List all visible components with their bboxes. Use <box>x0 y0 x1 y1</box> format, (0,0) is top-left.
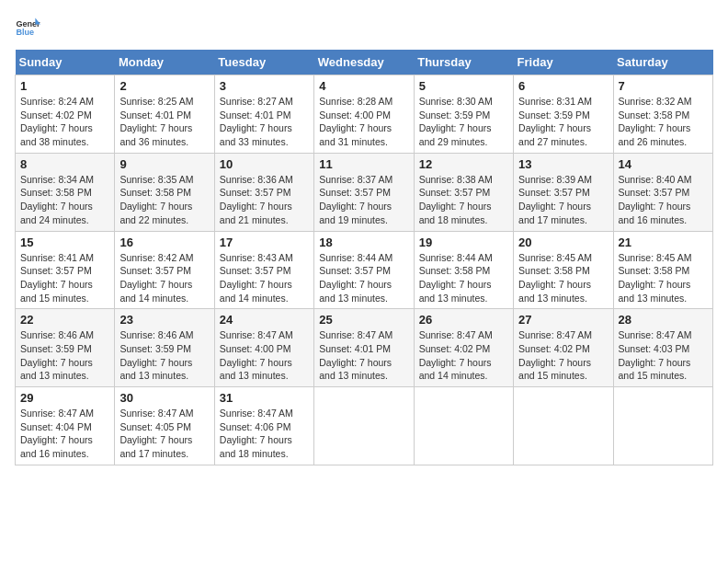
day-info: Sunrise: 8:41 AMSunset: 3:57 PMDaylight:… <box>20 251 109 305</box>
header-monday: Monday <box>115 50 214 75</box>
day-info: Sunrise: 8:44 AMSunset: 3:58 PMDaylight:… <box>419 251 508 305</box>
day-info: Sunrise: 8:27 AMSunset: 4:01 PMDaylight:… <box>220 95 309 149</box>
day-number: 4 <box>319 79 408 93</box>
calendar-week-2: 8Sunrise: 8:34 AMSunset: 3:58 PMDaylight… <box>16 153 713 231</box>
day-number: 5 <box>419 79 508 93</box>
day-number: 19 <box>419 236 508 249</box>
calendar-cell <box>414 387 513 465</box>
calendar-cell: 16Sunrise: 8:42 AMSunset: 3:57 PMDayligh… <box>115 231 214 309</box>
day-info: Sunrise: 8:47 AMSunset: 4:06 PMDaylight:… <box>220 407 309 461</box>
day-number: 2 <box>119 79 209 93</box>
calendar-cell: 11Sunrise: 8:37 AMSunset: 3:57 PMDayligh… <box>314 153 414 231</box>
day-info: Sunrise: 8:32 AMSunset: 3:58 PMDaylight:… <box>619 95 708 149</box>
calendar-cell: 23Sunrise: 8:46 AMSunset: 3:59 PMDayligh… <box>115 309 214 387</box>
calendar-cell: 26Sunrise: 8:47 AMSunset: 4:02 PMDayligh… <box>414 309 513 387</box>
logo-icon: General Blue <box>15 15 40 40</box>
day-number: 30 <box>119 391 209 405</box>
day-info: Sunrise: 8:46 AMSunset: 3:59 PMDaylight:… <box>20 328 109 383</box>
day-info: Sunrise: 8:46 AMSunset: 3:59 PMDaylight:… <box>119 328 209 383</box>
calendar-cell <box>514 387 613 465</box>
svg-text:Blue: Blue <box>16 28 34 37</box>
day-info: Sunrise: 8:34 AMSunset: 3:58 PMDaylight:… <box>20 173 109 227</box>
calendar-cell: 10Sunrise: 8:36 AMSunset: 3:57 PMDayligh… <box>214 153 313 231</box>
day-info: Sunrise: 8:47 AMSunset: 4:03 PMDaylight:… <box>619 328 708 383</box>
calendar-cell: 21Sunrise: 8:45 AMSunset: 3:58 PMDayligh… <box>613 231 712 309</box>
day-number: 26 <box>419 313 508 327</box>
calendar-cell: 12Sunrise: 8:38 AMSunset: 3:57 PMDayligh… <box>414 153 513 231</box>
calendar-cell: 22Sunrise: 8:46 AMSunset: 3:59 PMDayligh… <box>16 309 115 387</box>
header-saturday: Saturday <box>613 50 712 75</box>
day-info: Sunrise: 8:47 AMSunset: 4:02 PMDaylight:… <box>518 328 608 383</box>
day-info: Sunrise: 8:30 AMSunset: 3:59 PMDaylight:… <box>419 95 508 149</box>
calendar-cell: 6Sunrise: 8:31 AMSunset: 3:59 PMDaylight… <box>514 75 613 154</box>
day-info: Sunrise: 8:39 AMSunset: 3:57 PMDaylight:… <box>518 173 608 227</box>
calendar-cell: 4Sunrise: 8:28 AMSunset: 4:00 PMDaylight… <box>314 75 414 154</box>
calendar-cell: 1Sunrise: 8:24 AMSunset: 4:02 PMDaylight… <box>16 75 115 154</box>
day-info: Sunrise: 8:45 AMSunset: 3:58 PMDaylight:… <box>619 251 708 305</box>
day-number: 22 <box>20 313 109 327</box>
calendar-table: SundayMondayTuesdayWednesdayThursdayFrid… <box>15 50 713 465</box>
day-number: 24 <box>220 313 309 327</box>
day-number: 10 <box>220 157 309 171</box>
calendar-week-5: 29Sunrise: 8:47 AMSunset: 4:04 PMDayligh… <box>16 387 713 465</box>
day-number: 12 <box>419 157 508 171</box>
calendar-cell: 27Sunrise: 8:47 AMSunset: 4:02 PMDayligh… <box>514 309 613 387</box>
header-thursday: Thursday <box>414 50 513 75</box>
day-number: 1 <box>20 79 109 93</box>
day-info: Sunrise: 8:31 AMSunset: 3:59 PMDaylight:… <box>518 95 608 149</box>
calendar-cell: 14Sunrise: 8:40 AMSunset: 3:57 PMDayligh… <box>613 153 712 231</box>
day-number: 29 <box>20 391 109 405</box>
calendar-cell: 30Sunrise: 8:47 AMSunset: 4:05 PMDayligh… <box>115 387 214 465</box>
calendar-cell: 2Sunrise: 8:25 AMSunset: 4:01 PMDaylight… <box>115 75 214 154</box>
day-number: 25 <box>319 313 408 327</box>
day-number: 7 <box>619 79 708 93</box>
day-info: Sunrise: 8:47 AMSunset: 4:05 PMDaylight:… <box>119 407 209 461</box>
day-number: 16 <box>119 236 209 249</box>
calendar-cell: 24Sunrise: 8:47 AMSunset: 4:00 PMDayligh… <box>214 309 313 387</box>
calendar-cell <box>613 387 712 465</box>
day-info: Sunrise: 8:44 AMSunset: 3:57 PMDaylight:… <box>319 251 408 305</box>
day-info: Sunrise: 8:45 AMSunset: 3:58 PMDaylight:… <box>518 251 608 305</box>
day-number: 27 <box>518 313 608 327</box>
day-number: 20 <box>518 236 608 249</box>
calendar-cell: 31Sunrise: 8:47 AMSunset: 4:06 PMDayligh… <box>214 387 313 465</box>
day-info: Sunrise: 8:42 AMSunset: 3:57 PMDaylight:… <box>119 251 209 305</box>
header-tuesday: Tuesday <box>214 50 313 75</box>
day-number: 31 <box>220 391 309 405</box>
calendar-cell: 3Sunrise: 8:27 AMSunset: 4:01 PMDaylight… <box>214 75 313 154</box>
day-info: Sunrise: 8:47 AMSunset: 4:02 PMDaylight:… <box>419 328 508 383</box>
day-info: Sunrise: 8:43 AMSunset: 3:57 PMDaylight:… <box>220 251 309 305</box>
header-sunday: Sunday <box>16 50 115 75</box>
calendar-cell: 19Sunrise: 8:44 AMSunset: 3:58 PMDayligh… <box>414 231 513 309</box>
day-number: 6 <box>518 79 608 93</box>
calendar-week-1: 1Sunrise: 8:24 AMSunset: 4:02 PMDaylight… <box>16 75 713 154</box>
day-number: 9 <box>119 157 209 171</box>
day-number: 15 <box>20 236 109 249</box>
day-number: 11 <box>319 157 408 171</box>
day-number: 17 <box>220 236 309 249</box>
day-info: Sunrise: 8:35 AMSunset: 3:58 PMDaylight:… <box>119 173 209 227</box>
calendar-cell: 15Sunrise: 8:41 AMSunset: 3:57 PMDayligh… <box>16 231 115 309</box>
header: General Blue <box>15 15 713 40</box>
day-info: Sunrise: 8:24 AMSunset: 4:02 PMDaylight:… <box>20 95 109 149</box>
calendar-cell: 17Sunrise: 8:43 AMSunset: 3:57 PMDayligh… <box>214 231 313 309</box>
calendar-cell: 20Sunrise: 8:45 AMSunset: 3:58 PMDayligh… <box>514 231 613 309</box>
calendar-week-4: 22Sunrise: 8:46 AMSunset: 3:59 PMDayligh… <box>16 309 713 387</box>
day-number: 28 <box>619 313 708 327</box>
day-number: 13 <box>518 157 608 171</box>
calendar-cell: 18Sunrise: 8:44 AMSunset: 3:57 PMDayligh… <box>314 231 414 309</box>
calendar-cell: 5Sunrise: 8:30 AMSunset: 3:59 PMDaylight… <box>414 75 513 154</box>
day-number: 8 <box>20 157 109 171</box>
day-info: Sunrise: 8:40 AMSunset: 3:57 PMDaylight:… <box>619 173 708 227</box>
calendar-cell: 28Sunrise: 8:47 AMSunset: 4:03 PMDayligh… <box>613 309 712 387</box>
day-number: 21 <box>619 236 708 249</box>
day-info: Sunrise: 8:36 AMSunset: 3:57 PMDaylight:… <box>220 173 309 227</box>
calendar-cell: 29Sunrise: 8:47 AMSunset: 4:04 PMDayligh… <box>16 387 115 465</box>
calendar-cell <box>314 387 414 465</box>
day-info: Sunrise: 8:47 AMSunset: 4:01 PMDaylight:… <box>319 328 408 383</box>
day-info: Sunrise: 8:47 AMSunset: 4:00 PMDaylight:… <box>220 328 309 383</box>
day-info: Sunrise: 8:25 AMSunset: 4:01 PMDaylight:… <box>119 95 209 149</box>
day-number: 14 <box>619 157 708 171</box>
day-number: 18 <box>319 236 408 249</box>
calendar-week-3: 15Sunrise: 8:41 AMSunset: 3:57 PMDayligh… <box>16 231 713 309</box>
